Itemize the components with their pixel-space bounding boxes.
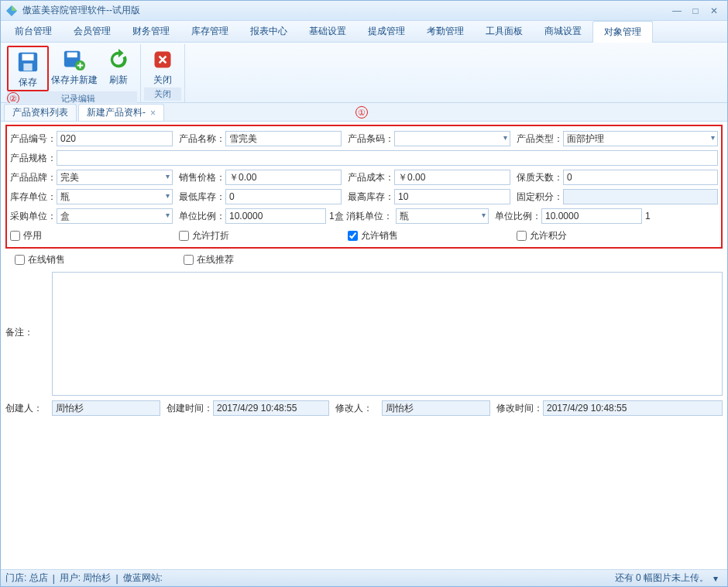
input-unit-ratio[interactable] xyxy=(225,208,326,224)
input-shelf-days[interactable] xyxy=(563,170,718,185)
statusbar: 门店: 总店 | 用户: 周怡杉 | 傲蓝网站: 还有 0 幅图片未上传。 ▾ xyxy=(1,569,727,586)
doc-tabbar: 产品资料列表 新建产品资料- × ① xyxy=(1,103,727,122)
input-fixed-points[interactable] xyxy=(563,189,718,204)
ribbon-group-close-title: 关闭 xyxy=(144,88,181,101)
checkbox-allow-points[interactable] xyxy=(517,231,527,241)
lbl-creator: 创建人 xyxy=(5,402,52,415)
chk-allow-points[interactable]: 允许积分 xyxy=(517,229,567,242)
tab-close-icon[interactable]: × xyxy=(150,108,156,118)
menu-item-finance[interactable]: 财务管理 xyxy=(122,21,180,42)
save-button[interactable]: 保存 xyxy=(9,48,46,89)
lbl-ptype: 产品类型 xyxy=(517,132,563,146)
lbl-sale-price: 销售价格 xyxy=(179,171,225,184)
lbl-min-stock: 最低库存 xyxy=(179,191,225,204)
status-upload: 还有 0 幅图片未上传。 xyxy=(615,572,709,585)
input-product-no[interactable] xyxy=(57,131,173,146)
select-consume-unit[interactable]: ▾ xyxy=(396,208,489,224)
input-spec[interactable] xyxy=(57,150,718,166)
window-title: 傲蓝美容院管理软件--试用版 xyxy=(22,4,667,17)
lbl-barcode: 产品条码 xyxy=(348,132,394,146)
input-product-name[interactable] xyxy=(225,131,342,146)
close-button[interactable]: 关闭 xyxy=(144,46,181,88)
input-unit-ratio2[interactable] xyxy=(541,208,642,224)
chk-allow-sale[interactable]: 允许销售 xyxy=(348,229,517,242)
select-brand[interactable]: ▾ xyxy=(57,170,173,185)
select-ptype[interactable]: ▾ xyxy=(563,131,718,146)
checkbox-online-sale[interactable] xyxy=(15,255,25,265)
lbl-cost: 产品成本 xyxy=(348,171,394,184)
lbl-remark: 备注 xyxy=(5,272,52,339)
input-max-stock[interactable] xyxy=(394,189,510,204)
save-highlight-box: 保存 xyxy=(7,46,49,91)
menu-item-basic[interactable]: 基础设置 xyxy=(298,21,357,42)
refresh-button[interactable]: 刷新 xyxy=(100,46,137,91)
chk-online-sale[interactable]: 在线销售 xyxy=(5,253,184,266)
lbl-purchase-unit: 采购单位 xyxy=(10,210,57,223)
tab-product-list[interactable]: 产品资料列表 xyxy=(4,104,77,121)
menu-item-mall[interactable]: 商城设置 xyxy=(534,21,592,42)
close-label: 关闭 xyxy=(153,74,172,87)
minimize-button[interactable]: — xyxy=(668,5,685,17)
save-and-new-button[interactable]: 保存并新建 xyxy=(50,46,98,91)
checkbox-disable[interactable] xyxy=(10,231,20,241)
menu-item-tools[interactable]: 工具面板 xyxy=(475,21,534,42)
save-label: 保存 xyxy=(19,76,37,89)
lbl-product-no: 产品编号 xyxy=(10,132,57,146)
select-purchase-unit[interactable]: ▾ xyxy=(57,208,173,224)
refresh-label: 刷新 xyxy=(109,74,128,87)
menu-item-reports[interactable]: 报表中心 xyxy=(239,21,298,42)
form-panel: 产品编号 产品名称 产品条码 ▾ 产品类型 ▾ 产品规格 xyxy=(1,122,727,569)
input-modifier xyxy=(382,400,490,416)
menu-item-commission[interactable]: 提成管理 xyxy=(357,21,416,42)
checkbox-allow-discount[interactable] xyxy=(179,231,189,241)
chevron-down-icon[interactable]: ▾ xyxy=(713,573,718,584)
select-barcode[interactable]: ▾ xyxy=(394,131,510,146)
lbl-unit-ratio2: 单位比例 xyxy=(495,210,541,223)
svg-rect-6 xyxy=(67,53,77,58)
lbl-max-stock: 最高库存 xyxy=(348,191,394,204)
lbl-stock-unit: 库存单位 xyxy=(10,191,57,204)
lbl-modify-time: 修改时间 xyxy=(496,402,543,415)
chk-disable[interactable]: 停用 xyxy=(10,229,179,242)
input-modify-time xyxy=(543,400,723,416)
app-icon xyxy=(5,5,18,17)
tab-new-product[interactable]: 新建产品资料- × xyxy=(78,104,164,121)
menu-item-stock[interactable]: 库存管理 xyxy=(180,21,239,42)
lbl-shelf-days: 保质天数 xyxy=(517,171,563,184)
status-site[interactable]: 傲蓝网站: xyxy=(123,572,163,585)
status-user: 用户: 周怡杉 xyxy=(60,572,112,585)
lbl-create-time: 创建时间 xyxy=(167,402,213,415)
input-sale-price[interactable] xyxy=(225,170,342,185)
lbl-unit-ratio: 单位比例 xyxy=(179,210,225,223)
input-cost[interactable] xyxy=(394,170,510,185)
lbl-brand: 产品品牌 xyxy=(10,171,57,184)
status-store: 门店: 总店 xyxy=(5,572,48,585)
checkbox-online-recommend[interactable] xyxy=(184,255,194,265)
input-min-stock[interactable] xyxy=(225,189,342,204)
menubar: 前台管理 会员管理 财务管理 库存管理 报表中心 基础设置 提成管理 考勤管理 … xyxy=(1,21,727,43)
ribbon-group-edit: 保存 保存并新建 刷新 ② 记录编辑 xyxy=(4,44,141,102)
input-create-time xyxy=(213,400,329,416)
chk-allow-discount[interactable]: 允许打折 xyxy=(179,229,348,242)
menu-item-attendance[interactable]: 考勤管理 xyxy=(416,21,475,42)
textarea-remark[interactable] xyxy=(52,272,723,396)
app-window: 傲蓝美容院管理软件--试用版 — □ ✕ 前台管理 会员管理 财务管理 库存管理… xyxy=(0,0,728,587)
save-icon xyxy=(15,50,40,74)
checkbox-allow-sale[interactable] xyxy=(348,231,358,241)
ribbon: 保存 保存并新建 刷新 ② 记录编辑 xyxy=(1,43,727,103)
unit-ratio2-suffix: 1 xyxy=(642,211,651,221)
close-window-button[interactable]: ✕ xyxy=(706,5,723,17)
lbl-fixed-points: 固定积分 xyxy=(517,191,563,204)
menu-item-front[interactable]: 前台管理 xyxy=(4,21,63,42)
chk-online-recommend[interactable]: 在线推荐 xyxy=(184,253,234,266)
titlebar: 傲蓝美容院管理软件--试用版 — □ ✕ xyxy=(1,1,727,21)
ribbon-group-close: 关闭 关闭 xyxy=(141,44,185,102)
menu-item-object[interactable]: 对象管理 xyxy=(592,21,653,43)
menu-item-members[interactable]: 会员管理 xyxy=(63,21,122,42)
marker-1: ① xyxy=(355,106,368,118)
svg-rect-4 xyxy=(23,64,32,70)
select-stock-unit[interactable]: ▾ xyxy=(57,189,173,204)
input-creator xyxy=(52,400,160,416)
highlighted-form-area: 产品编号 产品名称 产品条码 ▾ 产品类型 ▾ 产品规格 xyxy=(5,125,723,249)
maximize-button[interactable]: □ xyxy=(687,5,704,17)
